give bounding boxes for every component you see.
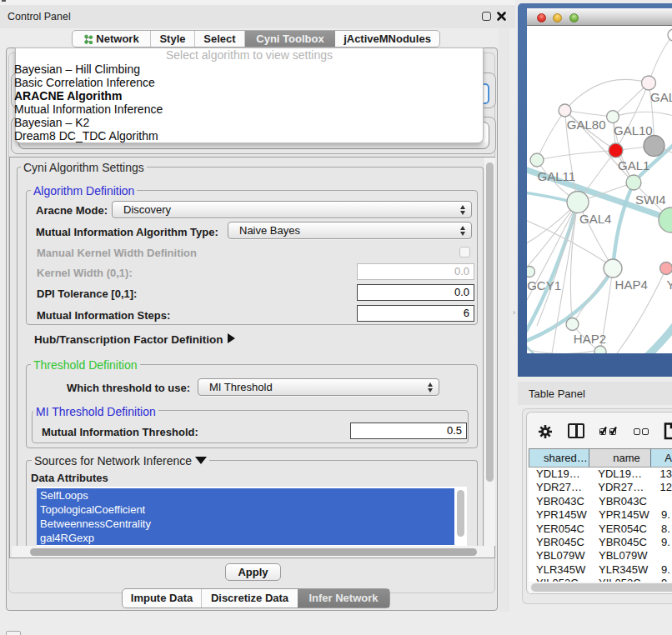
- svg-text:HAP2: HAP2: [574, 332, 606, 346]
- svg-text:SWI4: SWI4: [635, 192, 666, 207]
- svg-text:GAL11: GAL11: [538, 169, 576, 183]
- svg-text:GCY1: GCY1: [527, 278, 561, 292]
- svg-text:HAP4: HAP4: [615, 278, 648, 292]
- svg-text:GAL1: GAL1: [618, 158, 649, 172]
- svg-text:GAL7: GAL7: [650, 90, 672, 104]
- svg-text:GAL4: GAL4: [579, 212, 611, 226]
- svg-text:GAL80: GAL80: [567, 118, 606, 132]
- svg-text:GAL10: GAL10: [614, 123, 653, 138]
- svg-text:YN: YN: [667, 278, 672, 292]
